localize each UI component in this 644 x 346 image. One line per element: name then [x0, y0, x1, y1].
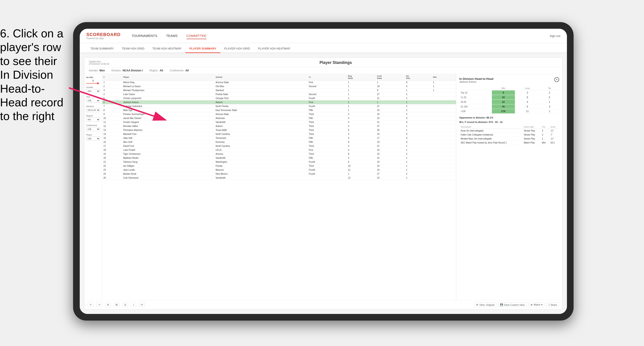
h2h-range: 11-25 — [459, 95, 492, 100]
cell-player: Michael La Sasse — [122, 84, 214, 88]
table-row[interactable]: 6 Jackson Koivun Auburn First 1 1 1 — [102, 100, 456, 104]
table-row[interactable]: 16 Alex Goff Kentucky Fifth 8 19 0 — [102, 140, 456, 144]
cell-num: 22 — [102, 164, 122, 168]
logo-powered: Powered by clippi — [86, 37, 120, 40]
h2h-win: 8 — [492, 90, 515, 95]
division-select[interactable]: NCAA Division I — [86, 108, 100, 112]
cell-num: 18 — [102, 148, 122, 152]
cell-player: Tiger Christensen — [122, 152, 214, 156]
table-row[interactable]: 8 Mats Ege East Tennessee State Fifth 1 … — [102, 108, 456, 112]
table-row[interactable]: 12 Brendan Valles Auburn Third 4 37 1 — [102, 124, 456, 128]
share-btn[interactable]: ⤴ Share — [546, 303, 559, 307]
cell-conf-rank: 24 — [376, 112, 405, 116]
cell-conf-rank: 37 — [376, 124, 405, 128]
cell-school: Texas A&M — [214, 128, 308, 132]
table-row[interactable]: 23 Jack Lundin Missouri Fourth 11 24 1 — [102, 168, 456, 172]
cell-no-rds: 2 — [405, 104, 432, 108]
cell-no-rds: 2 — [405, 108, 432, 112]
sub-nav-team-h2h-grid[interactable]: TEAM H2H GRID — [118, 45, 148, 53]
table-row[interactable]: 15 Jake Hall Tennessee Fifth 3 17 0 — [102, 136, 456, 140]
table-row[interactable]: 7 Nicholas Gabrielick North Florida Four… — [102, 104, 456, 108]
cell-conf-rank: 24 — [376, 164, 405, 168]
table-row[interactable]: 13 Phichaksn Maichon Texas A&M Third 6 3… — [102, 128, 456, 132]
tournament-row: Amer Ari Intercollegiate Stroke Play 4 -… — [459, 129, 559, 133]
cell-win — [432, 96, 456, 100]
h2h-close-btn[interactable]: ✕ — [554, 77, 559, 82]
conference-select[interactable]: (All) — [86, 127, 100, 131]
table-row[interactable]: 24 Bastien Amat New Mexico Fourth 1 27 2 — [102, 172, 456, 176]
col-win: Win — [432, 74, 456, 80]
grid-icon: ⊞ — [116, 303, 118, 306]
sub-nav-player-h2h-heatmap[interactable]: PLAYER H2H HEATMAP — [254, 45, 294, 53]
cell-player: Gordon Sargent — [122, 120, 214, 124]
cell-player: Mats Ege — [122, 108, 214, 112]
table-row[interactable]: 10 Jacob Mac Diesen Arkansas Fifth 4 23 … — [102, 116, 456, 120]
h2h-tie: 1 — [540, 109, 559, 114]
cell-reg-rank: 8 — [346, 152, 376, 156]
player-select[interactable]: (All) — [86, 137, 100, 141]
cell-reg-rank: 4 — [346, 148, 376, 152]
toggle-btn[interactable]: ⇄ — [105, 303, 111, 307]
table-row[interactable]: 2 Michael La Sasse Ole Miss Second 1 19 … — [102, 84, 456, 88]
cell-num: 12 — [102, 124, 122, 128]
table-row[interactable]: 5 Christo Lamprecht Georgia Tech Fourth … — [102, 96, 456, 100]
cell-school: Arizona — [214, 152, 308, 156]
cell-yr: Third — [308, 120, 346, 124]
table-row[interactable]: 1 Wenyi Ding Arizona State First 1 1 8 1 — [102, 80, 456, 84]
table-header-row: # Player School Yr RegRank ConfRank No.R… — [102, 74, 456, 80]
refresh-btn[interactable]: ⟳ — [139, 303, 145, 307]
table-btn[interactable]: ⊡ — [122, 303, 128, 307]
sub-nav-player-h2h-grid[interactable]: PLAYER H2H GRID — [220, 45, 254, 53]
grid-btn[interactable]: ⊞ — [114, 303, 120, 307]
save-custom-btn[interactable]: 💾 Save Custom View — [498, 303, 527, 307]
cell-player: Ian Gilligan — [122, 164, 214, 168]
table-row[interactable]: 9 Preston Summerhays Arizona State Third… — [102, 112, 456, 116]
table-row[interactable]: 19 Tiger Christensen Arizona Third 8 23 … — [102, 152, 456, 156]
cell-yr: Third — [308, 164, 346, 168]
cell-num: 9 — [102, 112, 122, 116]
table-row[interactable]: 20 Matthew Riedel Vanderbilt Fifth 4 22 … — [102, 156, 456, 160]
sub-nav-team-summary[interactable]: TEAM SUMMARY — [86, 45, 118, 53]
cell-win — [432, 152, 456, 156]
cell-num: 3 — [102, 88, 122, 92]
region-select[interactable]: N/A — [86, 118, 100, 122]
filter-division-label: Division: — [112, 69, 121, 72]
filter-conference-label: Conference: — [170, 69, 184, 72]
table-row[interactable]: 14 Maxwell Ford North Carolina Third 3 2… — [102, 132, 456, 136]
gender-select[interactable]: Men — [86, 89, 100, 93]
table-row[interactable]: 21 Taehoon Song Washington Fourth 6 23 1 — [102, 160, 456, 164]
cell-yr: Third — [308, 132, 346, 136]
cell-school: UCLA — [214, 148, 308, 152]
nav-committee[interactable]: COMMITTEE — [186, 33, 206, 39]
nav-tournaments[interactable]: TOURNAMENTS — [132, 33, 157, 39]
sub-nav-team-h2h-heatmap[interactable]: TEAM H2H HEATMAP — [148, 45, 185, 53]
view-original-btn[interactable]: 👁 View: Original — [474, 303, 496, 307]
table-row[interactable]: 17 David Ford North Carolina Third 4 21 … — [102, 144, 456, 148]
cell-conf-rank: 23 — [376, 152, 405, 156]
watch-btn[interactable]: 👁 Watch ▾ — [528, 303, 544, 307]
cell-win — [432, 160, 456, 164]
cell-reg-rank: 1 — [346, 92, 376, 96]
cell-num: 8 — [102, 108, 122, 112]
table-row[interactable]: 18 Luke Powell UCLA First 4 24 1 — [102, 148, 456, 152]
table-row[interactable]: 22 Ian Gilligan Florida Third 10 24 1 — [102, 164, 456, 168]
table-row[interactable]: 25 Cole Sherwood Vanderbilt 12 23 1 — [102, 176, 456, 180]
nav-teams[interactable]: TEAMS — [166, 33, 178, 39]
region-filter-group: Region N/A — [86, 115, 100, 122]
no-rds-slider[interactable] — [86, 83, 100, 84]
year-select[interactable]: (All) — [86, 99, 100, 103]
sub-nav-player-summary[interactable]: PLAYER SUMMARY — [185, 45, 220, 53]
add-btn[interactable]: + — [131, 303, 136, 307]
table-row[interactable]: 11 Gordon Sargent Vanderbilt Third 4 21 … — [102, 120, 456, 124]
redo-btn[interactable]: ↪ — [96, 303, 102, 307]
tourney-name: Fallen Oak Collegiate Invitational — [459, 133, 522, 137]
filter-region: Region: All — [150, 69, 163, 72]
cell-yr: Second — [308, 84, 346, 88]
sign-out-btn[interactable]: Sign out — [550, 34, 560, 38]
h2h-tie: 3 — [540, 104, 559, 109]
table-row[interactable]: 4 Luke Claton Florida State Second 1 27 … — [102, 92, 456, 96]
table-row[interactable]: 3 Michael Thorbjornsen Stanford 1 8 1 1 — [102, 88, 456, 92]
undo-btn[interactable]: ↩ — [88, 303, 94, 307]
h2h-loss: 6 — [515, 104, 540, 109]
cell-yr: Fifth — [308, 116, 346, 120]
